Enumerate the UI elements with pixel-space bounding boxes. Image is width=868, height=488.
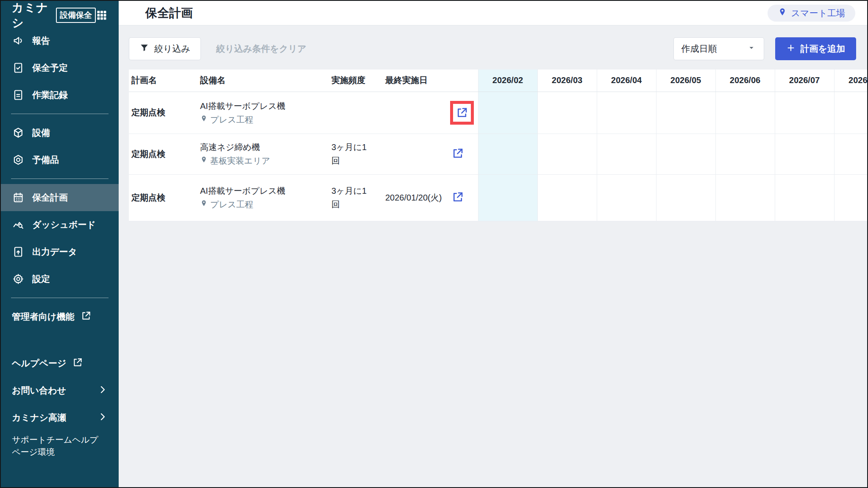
- month-header: 2026/04: [597, 70, 656, 92]
- sidebar-link-contact[interactable]: お問い合わせ: [1, 377, 119, 404]
- chevron-right-icon: [97, 412, 108, 424]
- plan-name: 定期点検: [131, 149, 165, 159]
- add-plan-button-label: 計画を追加: [801, 43, 846, 55]
- document-upload-icon: [12, 245, 25, 258]
- sidebar-link-label: ヘルプページ: [12, 357, 66, 369]
- site-name: スマート工場: [791, 7, 845, 19]
- frequency-value: 3ヶ月に1回: [331, 140, 374, 167]
- sidebar: カミナシ 設備保全 報告: [1, 1, 119, 487]
- brand-row: カミナシ 設備保全: [1, 1, 119, 27]
- equipment-location: プレス工程: [210, 199, 253, 210]
- sidebar-link-user-account[interactable]: カミナシ高瀬: [1, 404, 119, 431]
- open-plan-icon[interactable]: [450, 190, 465, 205]
- megaphone-icon: [12, 34, 25, 47]
- equipment-name: AI搭載サーボプレス機: [200, 185, 301, 197]
- sidebar-item-export-data[interactable]: 出力データ: [1, 238, 119, 265]
- document-lines-icon: [12, 89, 25, 101]
- last-date-value: 2026/01/20(火): [385, 193, 442, 202]
- sort-order-value: 作成日順: [682, 43, 717, 55]
- equipment-name: 高速ネジ締め機: [200, 141, 301, 153]
- sidebar-link-label: 管理者向け機能: [12, 311, 75, 323]
- cube-icon: [12, 126, 25, 139]
- open-plan-icon[interactable]: [454, 105, 470, 120]
- sidebar-nav: 報告 保全予定 作業記録: [1, 27, 119, 461]
- table-header-row: 計画名 設備名 実施頻度 最終実施日 2026/02 2026/03 2026/…: [129, 70, 867, 92]
- document-check-icon: [12, 61, 25, 74]
- apps-grid-icon[interactable]: [96, 8, 108, 22]
- equipment-name: AI搭載サーボプレス機: [200, 100, 301, 112]
- page-title: 保全計画: [145, 5, 193, 21]
- month-header: 2026/07: [775, 70, 834, 92]
- sidebar-item-work-records[interactable]: 作業記録: [1, 81, 119, 109]
- brand-logo: カミナシ: [12, 1, 52, 31]
- nut-icon: [12, 153, 25, 166]
- month-header: 2026/02: [478, 70, 537, 92]
- chevron-right-icon: [97, 385, 108, 397]
- sidebar-item-label: ダッシュボード: [32, 219, 96, 231]
- plan-name: 定期点検: [131, 108, 165, 117]
- open-plan-icon[interactable]: [450, 146, 465, 161]
- topbar: 保全計画 スマート工場: [119, 1, 867, 25]
- sidebar-item-settings[interactable]: 設定: [1, 265, 119, 293]
- equipment-location: 基板実装エリア: [210, 155, 270, 167]
- chart-magnifier-icon: [12, 218, 25, 231]
- sidebar-item-label: 保全予定: [32, 62, 68, 74]
- plan-name: 定期点検: [131, 193, 165, 202]
- sidebar-item-schedule[interactable]: 保全予定: [1, 54, 119, 81]
- clear-filters-link[interactable]: 絞り込み条件をクリア: [216, 43, 306, 55]
- main-area: 保全計画 スマート工場 絞り込み: [119, 1, 867, 487]
- sidebar-divider: [11, 114, 108, 114]
- plus-icon: [786, 43, 796, 55]
- sidebar-item-label: 予備品: [32, 154, 59, 166]
- month-header: 2026/08: [834, 70, 867, 92]
- column-header-frequency: 実施頻度: [329, 70, 383, 92]
- calendar-icon: [12, 191, 25, 204]
- frequency-value: 3ヶ月に1回: [331, 184, 374, 211]
- location-pin-icon: [200, 156, 208, 166]
- sidebar-item-dashboard[interactable]: ダッシュボード: [1, 211, 119, 238]
- sidebar-item-equipment[interactable]: 設備: [1, 119, 119, 146]
- sidebar-item-label: 設定: [32, 273, 50, 285]
- external-link-icon: [72, 357, 83, 370]
- external-link-icon: [81, 310, 92, 323]
- brand-badge: 設備保全: [56, 8, 96, 23]
- sidebar-link-admin-features[interactable]: 管理者向け機能: [1, 303, 119, 330]
- sidebar-item-spare-parts[interactable]: 予備品: [1, 146, 119, 173]
- add-plan-button[interactable]: 計画を追加: [775, 37, 857, 60]
- column-header-equipment: 設備名: [198, 70, 329, 92]
- column-header-last-date: 最終実施日: [383, 70, 448, 92]
- sidebar-divider: [11, 178, 108, 179]
- sidebar-item-label: 報告: [32, 35, 50, 47]
- sidebar-item-report[interactable]: 報告: [1, 27, 119, 54]
- site-selector[interactable]: スマート工場: [768, 5, 855, 22]
- filter-button-label: 絞り込み: [154, 43, 190, 55]
- table-row: 定期点検 AI搭載サーボプレス機 プレス工程 3ヶ月に1回: [129, 174, 867, 221]
- location-pin-icon: [778, 8, 787, 19]
- content: 絞り込み 絞り込み条件をクリア 作成日順 計画を追加: [119, 25, 867, 487]
- sidebar-divider: [11, 298, 108, 298]
- toolbar: 絞り込み 絞り込み条件をクリア 作成日順 計画を追加: [129, 37, 856, 60]
- sidebar-item-label: 出力データ: [32, 246, 77, 258]
- location-pin-icon: [200, 200, 208, 209]
- month-header: 2026/05: [656, 70, 715, 92]
- sidebar-item-label: 保全計画: [32, 192, 68, 204]
- sidebar-item-label: 設備: [32, 127, 50, 139]
- equipment-location: プレス工程: [210, 114, 253, 125]
- sort-order-select[interactable]: 作成日順: [673, 37, 764, 60]
- column-header-open: [448, 70, 478, 92]
- filter-button[interactable]: 絞り込み: [129, 37, 201, 60]
- plans-table: 計画名 設備名 実施頻度 最終実施日 2026/02 2026/03 2026/…: [129, 70, 867, 221]
- sidebar-link-label: カミナシ高瀬: [12, 412, 66, 424]
- environment-label: サポートチームヘルプページ環境: [1, 431, 111, 461]
- sidebar-item-maintenance-plan[interactable]: 保全計画: [1, 184, 119, 211]
- table-row: 定期点検 高速ネジ締め機 基板実装エリア 3ヶ月に1回: [129, 134, 867, 174]
- column-header-plan: 計画名: [129, 70, 198, 92]
- sidebar-item-label: 作業記録: [32, 89, 68, 101]
- table-row: 定期点検 AI搭載サーボプレス機 プレス工程: [129, 92, 867, 134]
- month-header: 2026/06: [715, 70, 775, 92]
- month-header: 2026/03: [537, 70, 597, 92]
- sidebar-link-label: お問い合わせ: [12, 385, 66, 396]
- funnel-icon: [139, 43, 149, 55]
- location-pin-icon: [200, 115, 208, 125]
- sidebar-link-help-page[interactable]: ヘルプページ: [1, 350, 119, 377]
